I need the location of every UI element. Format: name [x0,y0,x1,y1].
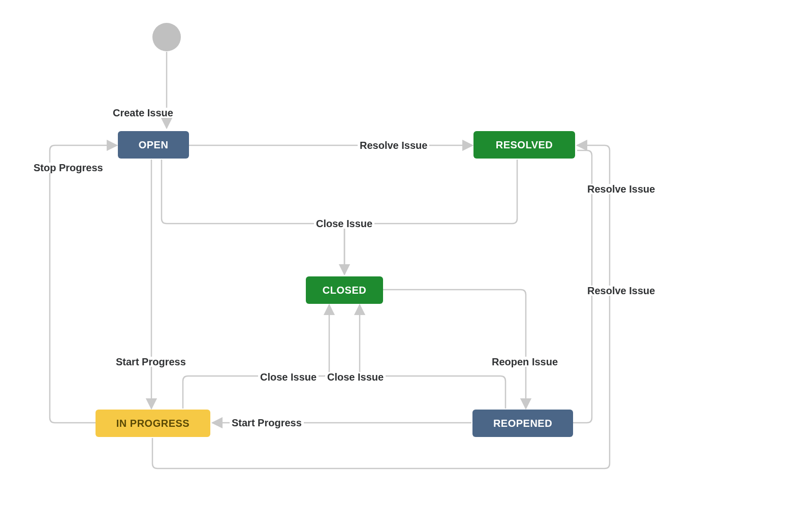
edge-open-close [162,160,344,274]
edge-inprogress-close [183,305,329,409]
label-inprog-resolve: Resolve Issue [585,184,657,194]
state-reopened-label: REOPENED [493,418,552,429]
state-reopened: REOPENED [472,410,573,437]
state-in-progress: IN PROGRESS [96,410,210,437]
label-reopened-close: Close Issue [325,372,386,382]
label-stop-progress: Stop Progress [31,163,105,173]
state-closed: CLOSED [306,276,383,304]
label-inprog-close: Close Issue [258,372,319,382]
label-create-issue: Create Issue [111,108,175,118]
workflow-diagram: OPEN RESOLVED CLOSED IN PROGRESS REOPENE… [0,0,791,532]
edge-closed-reopen [382,290,526,409]
state-resolved-label: RESOLVED [496,139,553,151]
state-in-progress-label: IN PROGRESS [116,418,189,429]
state-open-label: OPEN [139,139,169,151]
label-reopened-resolve: Resolve Issue [585,286,657,296]
edge-resolved-close [344,160,517,274]
label-open-resolve: Resolve Issue [358,140,429,150]
state-closed-label: CLOSED [323,285,366,296]
state-open: OPEN [118,131,189,159]
label-closed-reopen: Reopen Issue [490,357,560,367]
start-node [152,23,181,51]
diagram-edges [0,0,791,532]
edge-stop-progress [50,145,117,423]
edge-reopened-close [360,305,505,409]
label-open-close: Close Issue [314,218,374,229]
label-reopened-start: Start Progress [230,418,304,428]
state-resolved: RESOLVED [473,131,575,159]
label-start-progress: Start Progress [114,357,188,367]
